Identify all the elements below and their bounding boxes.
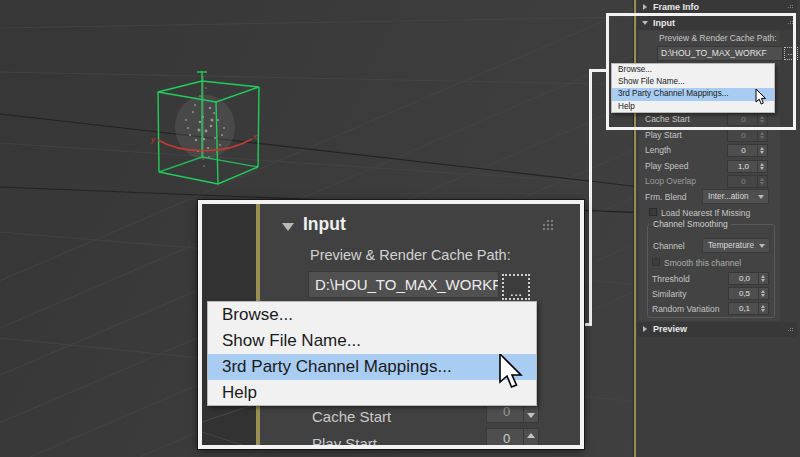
smooth-channel-checkbox[interactable] — [652, 258, 660, 266]
callout-connector-line — [589, 69, 592, 326]
x-axis-label: x — [252, 132, 258, 141]
channel-smoothing-group: Channel Temperature Smooth this channel … — [647, 224, 775, 318]
spinner-arrows-icon[interactable] — [758, 273, 768, 284]
param-spinner[interactable]: 0,1 — [728, 302, 769, 315]
spinner-arrows-icon[interactable] — [757, 161, 767, 172]
param-value: 0 — [741, 146, 745, 155]
menu-item-show-file-name[interactable]: Show File Name... — [612, 76, 774, 88]
param-row-play-start: Play Start 0 — [633, 129, 800, 142]
param-value: 0 — [503, 431, 510, 445]
param-spinner[interactable]: 0 — [727, 129, 768, 142]
menu-item-3rd-party-channel-mappings[interactable]: 3rd Party Channel Mappings... — [208, 354, 536, 380]
param-label: Loop Overlap — [645, 176, 696, 186]
group-title: Channel Smoothing — [650, 219, 731, 229]
cache-path-field[interactable]: D:\HOU_TO_MAX_WORKF — [308, 271, 499, 298]
spinner-arrows-icon[interactable] — [523, 429, 538, 445]
rollout-title: Frame Info — [653, 0, 699, 14]
cursor-icon — [755, 89, 768, 107]
param-label: Threshold — [652, 274, 690, 284]
load-nearest-checkbox[interactable] — [649, 208, 657, 216]
param-row-play-speed: Play Speed 1,0 — [633, 160, 800, 173]
rollout-title: Preview — [653, 322, 687, 337]
param-spinner[interactable]: 0,0 — [728, 272, 769, 285]
cursor-icon — [498, 354, 526, 394]
checkbox-label: Load Nearest If Missing — [661, 208, 750, 218]
param-value: 0 — [503, 404, 510, 419]
menu-item-3rd-party-channel-mappings[interactable]: 3rd Party Channel Mappings... — [612, 88, 774, 100]
spinner-arrows-icon[interactable] — [758, 288, 768, 299]
context-menu: Browse... Show File Name... 3rd Party Ch… — [207, 301, 537, 406]
checkbox-label: Smooth this channel — [664, 258, 741, 268]
param-spinner[interactable]: 0 — [727, 175, 768, 188]
param-value: 0 — [741, 177, 745, 186]
frm-blend-dropdown[interactable]: Inter...ation — [702, 189, 769, 204]
dropdown-value: Inter...ation — [708, 192, 749, 201]
param-label: Play Start — [645, 130, 682, 140]
drag-handle-icon[interactable] — [788, 328, 789, 329]
menu-item-browse[interactable]: Browse... — [612, 64, 774, 76]
collapsed-arrow-icon — [643, 326, 647, 332]
chevron-down-icon — [758, 195, 764, 199]
param-spinner[interactable]: 1,0 — [727, 160, 768, 173]
chevron-down-icon — [759, 244, 765, 248]
param-label: Channel — [653, 241, 685, 251]
param-value: 0,5 — [739, 289, 750, 298]
param-label: Play Speed — [645, 161, 688, 171]
param-spinner[interactable]: 0 — [727, 144, 768, 157]
browse-ellipsis-button[interactable]: ... — [502, 274, 530, 300]
spinner-arrows-icon[interactable] — [757, 130, 767, 141]
magnified-callout: Input Preview & Render Cache Path: D:\HO… — [198, 200, 584, 449]
param-label: Length — [645, 145, 671, 155]
param-label: Cache Start — [312, 408, 391, 425]
param-label: Frm. Blend — [645, 192, 687, 202]
cache-path-label: Preview & Render Cache Path: — [310, 247, 511, 263]
param-row-frm-blend: Frm. Blend Inter...ation — [633, 189, 800, 205]
expanded-arrow-icon — [282, 223, 294, 231]
collapsed-arrow-icon — [643, 4, 647, 10]
menu-item-browse[interactable]: Browse... — [208, 302, 536, 328]
menu-item-help[interactable]: Help — [208, 380, 536, 406]
spinner-arrows-icon[interactable] — [757, 145, 767, 156]
param-label: Random Variation — [652, 304, 719, 314]
param-row-length: Length 0 — [633, 144, 800, 157]
channel-dropdown[interactable]: Temperature — [702, 238, 770, 253]
param-spinner[interactable]: 0,5 — [728, 287, 769, 300]
param-spinner[interactable]: 0 — [486, 428, 539, 445]
param-value: 1,0 — [738, 162, 749, 171]
param-value: 0 — [741, 131, 745, 140]
drag-handle-icon[interactable] — [788, 5, 789, 6]
dropdown-value: Temperature — [708, 241, 754, 250]
load-nearest-row: Load Nearest If Missing — [633, 207, 800, 219]
magnified-callout-content: Input Preview & Render Cache Path: D:\HO… — [202, 204, 580, 445]
param-label: Play Start — [312, 435, 377, 445]
param-value: 0,1 — [739, 304, 750, 313]
application-window: y x Frame Info Input Preview & Render Ca… — [0, 0, 800, 457]
y-axis-label: y — [150, 135, 156, 144]
rollout-header-frame-info[interactable]: Frame Info — [637, 0, 797, 14]
menu-item-show-file-name[interactable]: Show File Name... — [208, 328, 536, 354]
rollout-title: Input — [303, 214, 346, 235]
context-menu: Browse... Show File Name... 3rd Party Ch… — [611, 63, 775, 113]
smoke-particles — [175, 76, 235, 167]
rollout-header-preview[interactable]: Preview — [637, 322, 797, 337]
param-value: 0,0 — [739, 274, 750, 283]
spinner-arrows-icon[interactable] — [758, 303, 768, 314]
drag-handle-icon[interactable] — [543, 220, 545, 222]
param-row-loop-overlap: Loop Overlap 0 — [633, 175, 800, 188]
spinner-arrows-icon[interactable] — [757, 176, 767, 187]
menu-item-help[interactable]: Help — [612, 101, 774, 113]
param-label: Similarity — [652, 289, 686, 299]
